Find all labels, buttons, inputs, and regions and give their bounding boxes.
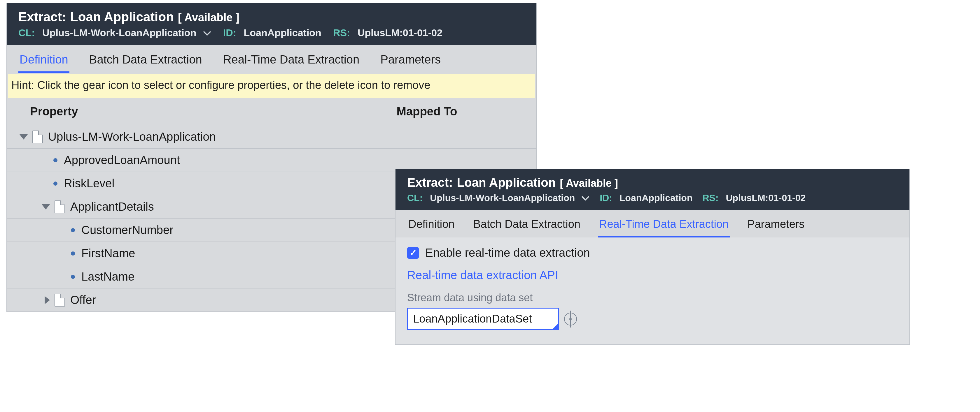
column-property: Property: [7, 98, 396, 125]
chevron-down-icon[interactable]: [203, 27, 212, 38]
rs-value: UplusLM:01-01-02: [358, 27, 442, 38]
stream-dataset-row: LoanApplicationDataSet: [407, 308, 898, 330]
table-row[interactable]: ApprovedLoanAmount: [7, 149, 536, 172]
caret-down-icon[interactable]: [42, 204, 50, 209]
stream-dataset-input[interactable]: LoanApplicationDataSet: [407, 308, 559, 330]
tab-parameters[interactable]: Parameters: [379, 50, 442, 73]
realtime-body: ✓ Enable real-time data extraction Real-…: [396, 238, 909, 344]
property-dot-icon: [53, 158, 57, 162]
enable-realtime-row: ✓ Enable real-time data extraction: [407, 246, 898, 259]
tree-class-label: Uplus-LM-Work-LoanApplication: [48, 130, 216, 143]
status-badge: [ Available ]: [560, 177, 618, 189]
rule-header: Extract: Loan Application [ Available ] …: [396, 169, 909, 210]
property-label: ApprovedLoanAmount: [64, 154, 180, 167]
tab-batch-extraction[interactable]: Batch Data Extraction: [88, 50, 203, 73]
title-name: Loan Application: [70, 10, 174, 24]
page-icon: [54, 294, 65, 306]
tree-page-label: Offer: [70, 293, 96, 306]
rule-title: Extract: Loan Application [ Available ]: [18, 10, 525, 24]
tab-realtime-extraction[interactable]: Real-Time Data Extraction: [222, 50, 361, 73]
tree-page-label: ApplicantDetails: [70, 200, 154, 213]
enable-realtime-checkbox[interactable]: ✓: [407, 247, 419, 259]
tab-definition[interactable]: Definition: [407, 215, 456, 238]
rs-value: UplusLM:01-01-02: [725, 193, 806, 203]
id-label: ID:: [223, 27, 236, 38]
page-icon: [54, 200, 65, 213]
column-mapped-to: Mapped To: [396, 98, 536, 125]
cl-label: CL:: [18, 27, 35, 38]
cl-group[interactable]: CL: Uplus-LM-Work-LoanApplication: [18, 27, 212, 38]
cl-value: Uplus-LM-Work-LoanApplication: [42, 27, 196, 38]
panel-realtime: Extract: Loan Application [ Available ] …: [395, 169, 910, 345]
rule-header: Extract: Loan Application [ Available ] …: [7, 3, 536, 45]
caret-right-icon[interactable]: [45, 296, 50, 304]
cl-value: Uplus-LM-Work-LoanApplication: [430, 193, 575, 203]
rule-title: Extract: Loan Application [ Available ]: [407, 176, 898, 190]
rs-label: RS:: [333, 27, 350, 38]
tab-definition[interactable]: Definition: [18, 50, 69, 73]
id-label: ID:: [600, 193, 612, 203]
id-group: ID: LoanApplication: [223, 27, 321, 38]
tab-parameters[interactable]: Parameters: [746, 215, 806, 238]
tab-realtime-extraction[interactable]: Real-Time Data Extraction: [598, 215, 730, 238]
enable-realtime-label: Enable real-time data extraction: [425, 246, 590, 259]
stream-dataset-value: LoanApplicationDataSet: [413, 313, 532, 325]
property-label: FirstName: [81, 247, 135, 260]
id-group: ID: LoanApplication: [600, 193, 692, 203]
rule-meta: CL: Uplus-LM-Work-LoanApplication ID: Lo…: [407, 193, 898, 208]
rs-group: RS: UplusLM:01-01-02: [702, 193, 806, 203]
property-label: LastName: [81, 270, 134, 283]
property-dot-icon: [71, 275, 75, 279]
property-label: RiskLevel: [64, 177, 115, 190]
title-name: Loan Application: [457, 176, 555, 190]
id-value: LoanApplication: [244, 27, 321, 38]
rule-meta: CL: Uplus-LM-Work-LoanApplication ID: Lo…: [18, 27, 525, 43]
id-value: LoanApplication: [619, 193, 693, 203]
status-badge: [ Available ]: [178, 11, 239, 24]
property-dot-icon: [71, 252, 75, 255]
realtime-api-link[interactable]: Real-time data extraction API: [407, 269, 558, 282]
property-dot-icon: [71, 228, 75, 232]
property-label: CustomerNumber: [81, 223, 173, 236]
title-prefix: Extract:: [18, 10, 66, 24]
rs-label: RS:: [702, 193, 718, 203]
chevron-down-icon[interactable]: [581, 193, 590, 203]
tab-bar: Definition Batch Data Extraction Real-Ti…: [396, 210, 909, 238]
property-dot-icon: [53, 182, 57, 185]
cl-label: CL:: [407, 193, 423, 203]
rs-group: RS: UplusLM:01-01-02: [333, 27, 442, 38]
tab-bar: Definition Batch Data Extraction Real-Ti…: [7, 45, 536, 73]
page-icon: [32, 130, 43, 143]
caret-down-icon[interactable]: [19, 134, 28, 139]
hint-banner: Hint: Click the gear icon to select or c…: [8, 74, 535, 98]
title-prefix: Extract:: [407, 176, 453, 190]
crosshair-icon[interactable]: [564, 313, 577, 325]
tab-batch-extraction[interactable]: Batch Data Extraction: [472, 215, 582, 238]
table-row[interactable]: Uplus-LM-Work-LoanApplication: [7, 125, 536, 149]
stream-dataset-label: Stream data using data set: [407, 292, 898, 304]
cl-group[interactable]: CL: Uplus-LM-Work-LoanApplication: [407, 193, 590, 203]
